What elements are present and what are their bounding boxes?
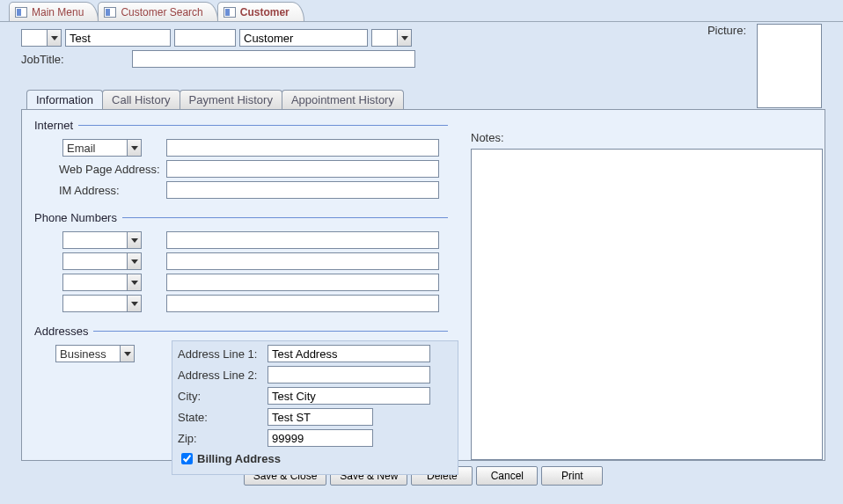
tab-appointment-history[interactable]: Appointment History: [282, 90, 404, 109]
prefix-combo[interactable]: [21, 29, 62, 47]
email-input[interactable]: [166, 139, 439, 157]
tab-call-history[interactable]: Call History: [102, 90, 180, 109]
phones-legend: Phone Numbers: [34, 211, 122, 224]
dropdown-icon[interactable]: [127, 253, 141, 269]
middle-name-input[interactable]: [174, 29, 236, 47]
addr-l2-input[interactable]: [268, 366, 430, 383]
internet-legend: Internet: [34, 119, 78, 132]
cancel-button[interactable]: Cancel: [476, 466, 538, 486]
state-label: State:: [178, 411, 268, 424]
addr-l2-label: Address Line 2:: [178, 369, 268, 382]
tab-payment-history[interactable]: Payment History: [180, 90, 282, 109]
last-name-input[interactable]: [239, 29, 368, 47]
billing-label: Billing Address: [197, 452, 287, 465]
addresses-legend: Addresses: [34, 325, 93, 338]
address-type-combo[interactable]: Business: [55, 345, 135, 362]
tab-information[interactable]: Information: [26, 90, 103, 110]
tab-main-menu[interactable]: Main Menu: [9, 2, 99, 21]
tab-customer[interactable]: Customer: [217, 2, 304, 21]
dropdown-icon[interactable]: [397, 30, 411, 46]
dropdown-icon[interactable]: [127, 274, 141, 290]
phone-type-combo[interactable]: [62, 295, 142, 312]
address-type-value: Business: [56, 347, 120, 361]
dropdown-icon[interactable]: [47, 30, 61, 46]
inner-tabs: Information Call History Payment History…: [21, 89, 825, 109]
city-label: City:: [178, 390, 268, 403]
city-input[interactable]: [268, 387, 430, 405]
tab-label: Main Menu: [32, 6, 84, 18]
addr-l1-input[interactable]: [268, 345, 430, 362]
address-block: Address Line 1: Address Line 2: City: St…: [172, 340, 458, 475]
zip-label: Zip:: [178, 432, 268, 445]
phone-type-combo[interactable]: [62, 231, 142, 249]
phone-input[interactable]: [166, 274, 439, 291]
phone-input[interactable]: [166, 231, 439, 249]
dropdown-icon[interactable]: [120, 346, 134, 362]
tab-label: Customer: [240, 6, 290, 18]
notes-textarea[interactable]: [471, 149, 823, 460]
email-type-combo[interactable]: Email: [62, 139, 142, 157]
form-icon: [15, 7, 27, 18]
jobtitle-input[interactable]: [132, 50, 415, 68]
phone-input[interactable]: [166, 295, 439, 312]
state-input[interactable]: [268, 408, 373, 426]
first-name-input[interactable]: [65, 29, 171, 47]
zip-input[interactable]: [268, 429, 373, 447]
information-panel: Internet Email Web Page Address: IM Addr…: [21, 109, 825, 461]
dropdown-icon[interactable]: [127, 232, 141, 248]
picture-label: Picture:: [707, 24, 746, 37]
internet-group: Internet Email Web Page Address: IM Addr…: [34, 119, 448, 202]
web-label: Web Page Address:: [34, 163, 166, 176]
billing-checkbox[interactable]: [181, 453, 193, 464]
addr-l1-label: Address Line 1:: [178, 347, 268, 361]
web-input[interactable]: [166, 160, 439, 178]
phone-input[interactable]: [166, 252, 439, 270]
tab-label: Customer Search: [121, 6, 202, 18]
form-icon: [104, 7, 116, 18]
dropdown-icon[interactable]: [127, 296, 141, 311]
document-tabs: Main Menu Customer Search Customer: [0, 0, 843, 21]
print-button[interactable]: Print: [541, 466, 603, 486]
form-icon: [224, 7, 236, 18]
phone-type-combo[interactable]: [62, 252, 142, 270]
im-label: IM Address:: [34, 184, 166, 197]
email-type-value: Email: [63, 142, 127, 155]
notes-label: Notes:: [471, 131, 504, 144]
dropdown-icon[interactable]: [127, 140, 141, 156]
phone-type-combo[interactable]: [62, 274, 142, 291]
phones-group: Phone Numbers: [34, 211, 448, 316]
tab-customer-search[interactable]: Customer Search: [98, 2, 217, 21]
im-input[interactable]: [166, 181, 439, 199]
picture-box[interactable]: [757, 24, 822, 108]
jobtitle-label: JobTitle:: [21, 53, 125, 66]
suffix-combo[interactable]: [371, 29, 412, 47]
